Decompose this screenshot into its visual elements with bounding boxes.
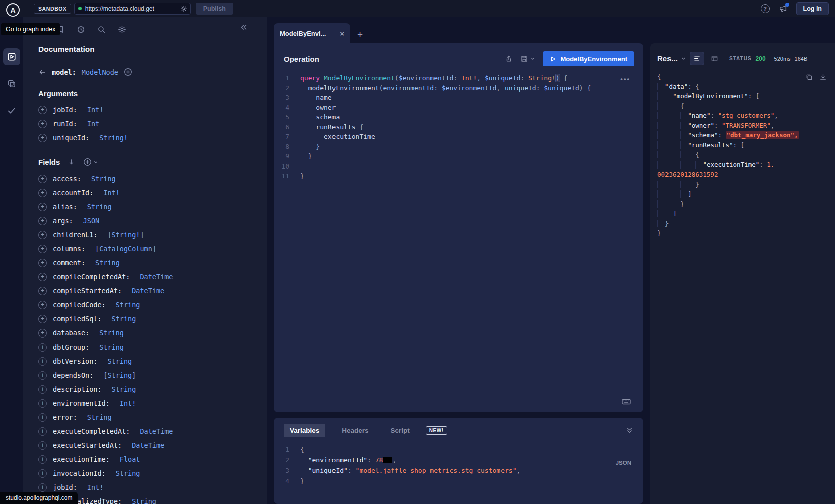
- field-type[interactable]: String: [116, 301, 140, 309]
- copy-response-icon[interactable]: [805, 73, 813, 81]
- code-line[interactable]: 7 executionTime: [274, 132, 643, 142]
- code-line[interactable]: 11}: [274, 171, 643, 181]
- login-button[interactable]: Log in: [796, 2, 829, 15]
- raw-view-toggle-icon[interactable]: [690, 52, 704, 65]
- code-line[interactable]: {: [657, 101, 832, 111]
- field-name[interactable]: dependsOn:: [53, 371, 93, 379]
- add-to-operation-icon[interactable]: +: [38, 106, 47, 114]
- help-icon[interactable]: ?: [761, 4, 770, 13]
- field-name[interactable]: access:: [53, 175, 81, 183]
- field-type[interactable]: String: [116, 469, 140, 477]
- settings-gear-icon[interactable]: [118, 25, 126, 34]
- add-to-operation-icon[interactable]: +: [38, 469, 47, 478]
- field-type[interactable]: DateTime: [140, 427, 173, 435]
- add-all-fields-icon[interactable]: [124, 68, 132, 76]
- response-dropdown-caret-icon[interactable]: [681, 56, 686, 61]
- field-name[interactable]: description:: [53, 385, 102, 393]
- field-name[interactable]: executeCompletedAt:: [53, 427, 130, 435]
- field-name[interactable]: database:: [53, 329, 89, 337]
- table-view-toggle-icon[interactable]: [708, 52, 721, 65]
- code-line[interactable]: 1{: [274, 444, 643, 455]
- field-type[interactable]: Int!: [87, 106, 104, 114]
- tab-headers[interactable]: Headers: [336, 424, 374, 437]
- endpoint-url-text[interactable]: https://metadata.cloud.get: [85, 5, 177, 12]
- back-arrow-icon[interactable]: [38, 68, 46, 76]
- field-type[interactable]: String: [112, 385, 136, 393]
- code-line[interactable]: }: [657, 228, 832, 238]
- variables-editor[interactable]: 1{2 "environmentId": 78,3 "uniqueId": "m…: [274, 444, 643, 486]
- code-line[interactable]: }: [657, 180, 832, 190]
- code-line[interactable]: 6 runResults {: [274, 122, 643, 132]
- add-to-operation-icon[interactable]: +: [38, 483, 47, 492]
- add-to-operation-icon[interactable]: +: [38, 357, 47, 366]
- code-line[interactable]: 0023620128631592: [657, 170, 832, 180]
- field-name[interactable]: invocationId:: [53, 469, 106, 477]
- tab-script[interactable]: Script: [385, 424, 416, 437]
- field-type[interactable]: String: [107, 357, 132, 365]
- sort-fields-icon[interactable]: [68, 158, 75, 166]
- field-name[interactable]: uniqueId:: [53, 134, 89, 142]
- share-operation-icon[interactable]: [505, 55, 513, 63]
- code-line[interactable]: "modelByEnvironment": [: [657, 91, 832, 101]
- field-type[interactable]: String: [87, 413, 112, 421]
- add-to-operation-icon[interactable]: +: [38, 120, 47, 128]
- field-name[interactable]: jobId:: [53, 483, 77, 491]
- checks-nav-icon[interactable]: [3, 102, 20, 119]
- field-name[interactable]: environmentId:: [53, 399, 110, 407]
- operation-editor[interactable]: 1query ModelByEnvironment($environmentId…: [274, 73, 643, 181]
- field-type[interactable]: Float: [120, 455, 140, 463]
- tab-variables[interactable]: Variables: [284, 424, 325, 437]
- field-name[interactable]: executeStartedAt:: [53, 441, 122, 449]
- field-type[interactable]: String: [91, 175, 116, 183]
- field-type[interactable]: [String!]: [107, 231, 144, 239]
- field-name[interactable]: compiledCode:: [53, 301, 106, 309]
- field-type[interactable]: JSON: [83, 217, 100, 225]
- field-type[interactable]: String: [132, 497, 156, 504]
- code-line[interactable]: 1query ModelByEnvironment($environmentId…: [274, 73, 643, 83]
- code-line[interactable]: "schema": "dbt_mary_jackson",: [657, 130, 832, 140]
- code-line[interactable]: {: [657, 150, 832, 160]
- code-line[interactable]: 3 "uniqueId": "model.jaffle_shop_metrics…: [274, 465, 643, 476]
- field-type[interactable]: DateTime: [140, 273, 173, 281]
- field-type[interactable]: String!: [99, 134, 128, 142]
- announcements-megaphone-icon[interactable]: [779, 4, 787, 13]
- code-line[interactable]: 10: [274, 161, 643, 172]
- editor-more-menu-icon[interactable]: •••: [620, 75, 630, 83]
- keyboard-shortcuts-icon[interactable]: [621, 398, 631, 406]
- code-line[interactable]: "executionTime": 1.: [657, 160, 832, 170]
- add-to-operation-icon[interactable]: +: [38, 273, 47, 281]
- add-to-operation-icon[interactable]: +: [38, 329, 47, 338]
- run-operation-button[interactable]: ModelByEnvironment: [543, 51, 634, 66]
- field-type[interactable]: String: [87, 203, 112, 211]
- field-type[interactable]: [String]: [103, 371, 136, 379]
- field-type[interactable]: String: [95, 259, 120, 267]
- field-name[interactable]: dbtGroup:: [53, 343, 89, 351]
- field-name[interactable]: comment:: [53, 259, 85, 267]
- field-name[interactable]: columns:: [53, 245, 85, 253]
- search-icon[interactable]: [97, 25, 106, 34]
- field-name[interactable]: args:: [53, 217, 73, 225]
- explorer-nav-icon[interactable]: [3, 48, 20, 65]
- code-line[interactable]: }: [657, 219, 832, 229]
- code-line[interactable]: "data": {: [657, 82, 832, 92]
- add-to-operation-icon[interactable]: +: [38, 441, 47, 450]
- add-to-operation-icon[interactable]: +: [38, 427, 47, 436]
- download-response-icon[interactable]: [819, 73, 827, 81]
- field-type[interactable]: Int: [87, 120, 99, 128]
- tab-modelbyenvironment[interactable]: ModelByEnvi... ×: [274, 23, 350, 43]
- add-to-operation-icon[interactable]: +: [38, 231, 47, 239]
- publish-button[interactable]: Publish: [196, 3, 233, 15]
- field-name[interactable]: compiledSql:: [53, 315, 102, 323]
- field-type[interactable]: [CatalogColumn]: [95, 245, 156, 253]
- field-name[interactable]: accountId:: [53, 189, 93, 197]
- field-type[interactable]: Int!: [87, 483, 104, 491]
- response-body[interactable]: { "data": { "modelByEnvironment": [ { "n…: [650, 69, 835, 238]
- field-name[interactable]: dbtVersion:: [53, 357, 97, 365]
- add-to-operation-icon[interactable]: +: [38, 287, 47, 295]
- add-to-operation-icon[interactable]: +: [38, 315, 47, 323]
- add-to-operation-icon[interactable]: +: [38, 217, 47, 225]
- schema-nav-icon[interactable]: [3, 75, 20, 92]
- code-line[interactable]: 8 }: [274, 142, 643, 152]
- code-line[interactable]: 3 name: [274, 93, 643, 103]
- endpoint-settings-gear-icon[interactable]: [177, 5, 190, 12]
